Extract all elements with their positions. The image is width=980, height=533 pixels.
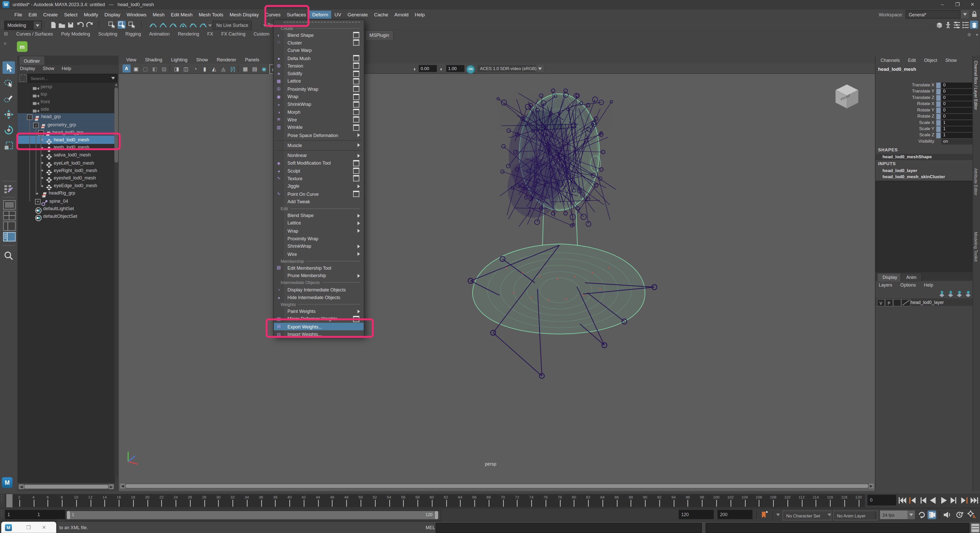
exposure-icon[interactable]: ◑ [410, 64, 418, 73]
option-box-icon[interactable] [353, 316, 360, 322]
viewport-menu-renderer[interactable]: Renderer [216, 57, 236, 63]
outliner-item-defaultlightset[interactable]: defaultLightSet [18, 205, 115, 212]
outliner-item-eyeright-lod0-mesh[interactable]: eyeRight_lod0_mesh [18, 166, 115, 174]
layer-color-swatch[interactable] [901, 299, 911, 306]
playback-end-field[interactable]: 120 [679, 510, 714, 519]
option-box-icon[interactable] [353, 176, 360, 182]
channel-slider-handle[interactable] [936, 82, 941, 88]
menu-file[interactable]: File [11, 10, 25, 18]
layer-editor-tab-anim[interactable]: Anim [900, 273, 922, 281]
gamma-icon[interactable]: ◐ [438, 64, 446, 73]
grid-display-icon[interactable]: ▦ [241, 64, 250, 73]
outliner-item-headrig-grp[interactable]: headRig_grp [18, 190, 115, 197]
open-scene-icon[interactable] [57, 21, 66, 29]
deform-menu-item-wrap[interactable]: ◉Wrap [274, 93, 364, 101]
layer-visibility-toggle[interactable]: V [877, 299, 885, 306]
mel-label[interactable]: MEL [425, 525, 435, 530]
layer-menu-options[interactable]: Options [900, 282, 916, 288]
channel-value-field[interactable]: 1 [941, 126, 973, 132]
channel-value-field[interactable]: 1 [941, 132, 973, 138]
snap-icon-6[interactable] [199, 21, 207, 29]
command-result[interactable] [706, 523, 969, 533]
menu-mesh-tools[interactable]: Mesh Tools [196, 10, 226, 18]
input-row-head-lod0-mesh-skincluster[interactable]: head_lod0_mesh_skinCluster [875, 174, 973, 180]
deform-menu-item-curve-warp[interactable]: Curve Warp [274, 47, 364, 54]
shelf-tab-fx-caching[interactable]: FX Caching [221, 31, 245, 37]
shape-row[interactable]: head_lod0_meshShape [875, 154, 973, 160]
deform-menu-item-import-weights[interactable]: ⊟Import Weights... [274, 330, 364, 337]
option-box-icon[interactable] [353, 78, 360, 85]
menu-set-dropdown-arrow[interactable] [34, 21, 41, 29]
shelf-tab-fx[interactable]: FX [207, 31, 213, 37]
deform-menu-item-edit-membership-tool[interactable]: ▧Edit Membership Tool [274, 264, 364, 272]
shelf-tab-rendering[interactable]: Rendering [178, 31, 199, 37]
channel-box-menu-channels[interactable]: Channels [881, 57, 900, 63]
empty-layer-icon[interactable] [956, 290, 963, 297]
deform-menu-item-texture[interactable]: ∿Texture [274, 175, 364, 182]
range-start-handle[interactable] [67, 511, 70, 519]
time-slider-grip[interactable] [0, 495, 3, 503]
outliner-item-spine-04[interactable]: +spine_04 [18, 197, 115, 205]
channel-box-menu-object[interactable]: Object [924, 57, 937, 63]
audio-icon[interactable] [942, 511, 951, 519]
deform-menu-item-lattice[interactable]: ▦Lattice [274, 77, 364, 85]
modeling-toolkit-icon[interactable] [935, 21, 943, 29]
gate-mask-icon[interactable]: ▨ [160, 64, 168, 73]
viewport-menu-shading[interactable]: Shading [145, 57, 162, 63]
deform-menu-item-blend-shape[interactable]: Blend Shape [274, 212, 364, 219]
search-dropdown-arrow[interactable] [111, 77, 115, 80]
outliner-filter-icon[interactable] [19, 74, 27, 82]
playblast-icon[interactable] [928, 511, 936, 519]
deform-menu-item-wrinkle[interactable]: ▥Wrinkle [274, 123, 364, 131]
deform-menu-item-tension[interactable]: ◍Tension [274, 62, 364, 70]
deform-menu-item-shrinkwrap[interactable]: ◒ShrinkWrap [274, 101, 364, 108]
deform-menu-item-shrinkwrap[interactable]: ShrinkWrap [274, 243, 364, 250]
channel-box-menu-show[interactable]: Show [945, 57, 957, 63]
option-box-icon[interactable] [353, 86, 360, 92]
range-end-handle[interactable] [435, 511, 438, 519]
script-editor-icon[interactable] [971, 523, 980, 532]
menu-select[interactable]: Select [61, 10, 81, 18]
save-scene-icon[interactable] [66, 21, 74, 29]
menu-cache[interactable]: Cache [371, 10, 391, 18]
attribute-spread-icon[interactable] [952, 21, 961, 29]
viewport-menu-view[interactable]: View [126, 57, 136, 63]
outliner-menu-show[interactable]: Show [43, 66, 54, 71]
side-tab-attribute-editor[interactable]: Attribute Editor [974, 168, 978, 196]
viewport-canvas[interactable] [119, 73, 875, 484]
option-box-icon[interactable] [353, 116, 360, 123]
channel-value-field[interactable]: 0 [941, 107, 973, 113]
outliner-item-head-grp[interactable]: −head_grp [18, 113, 115, 121]
menu-mesh-display[interactable]: Mesh Display [226, 10, 262, 18]
workspace-lock-icon[interactable] [971, 9, 977, 20]
film-display-icon[interactable]: ▤ [251, 64, 259, 73]
side-tab-channel-box-layer-editor[interactable]: Channel Box / Layer Editor [974, 61, 978, 110]
pencil-context-icon[interactable]: [/] [229, 64, 237, 73]
viewport-menu-lighting[interactable]: Lighting [171, 57, 188, 63]
outliner-item-persp[interactable]: persp [18, 83, 115, 90]
deform-menu-item-blend-shape[interactable]: ◐Blend Shape [274, 31, 364, 39]
deform-menu-item-soft-modification-tool[interactable]: ◈Soft Modification Tool [274, 159, 364, 167]
outliner-item-side[interactable]: side [18, 105, 115, 113]
camera-attributes-icon[interactable]: ◨ [172, 64, 181, 73]
range-slider-bar[interactable]: 1 120 [67, 511, 438, 519]
channel-value-field[interactable]: 0 [941, 88, 973, 94]
channel-slider-handle[interactable] [936, 95, 941, 101]
option-box-icon[interactable] [353, 109, 360, 115]
popup-close-icon[interactable]: ✕ [42, 525, 46, 530]
select-hierarchy-icon[interactable] [108, 21, 116, 29]
channel-box-menu-edit[interactable]: Edit [908, 57, 916, 63]
animation-preferences-icon[interactable] [967, 511, 976, 519]
character-controls-icon[interactable] [944, 21, 952, 29]
workspace-dropdown-arrow[interactable] [961, 11, 969, 18]
menu-set-selector[interactable]: Modeling [4, 21, 42, 30]
outliner-item-front[interactable]: front [18, 98, 115, 105]
deform-menu-item-proximity-wrap[interactable]: ◎Proximity Wrap [274, 85, 364, 93]
character-set-arrow[interactable] [776, 514, 780, 516]
play-forwards-button[interactable] [939, 495, 948, 505]
layer-editor-tab-display[interactable]: Display [877, 273, 903, 281]
lock-camera-icon[interactable]: ◫ [182, 64, 190, 73]
undo-icon[interactable] [76, 21, 84, 29]
go-to-end-button[interactable] [970, 495, 979, 505]
channel-slider-handle[interactable] [936, 132, 941, 138]
